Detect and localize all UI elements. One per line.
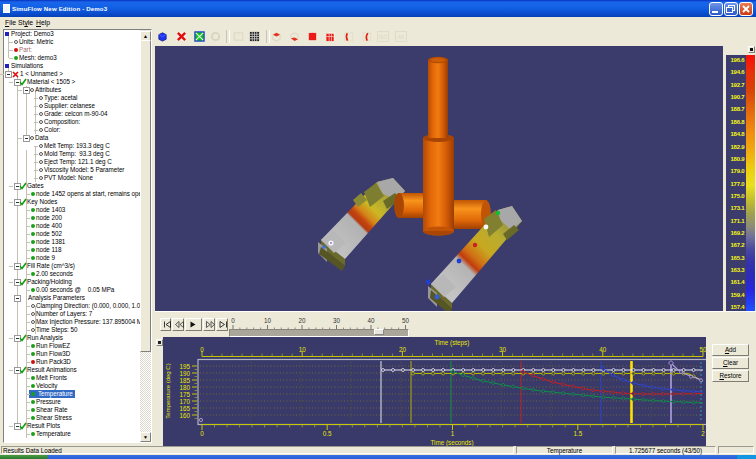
svg-text:10: 10 bbox=[299, 346, 307, 353]
svg-text:180: 180 bbox=[179, 384, 190, 391]
svg-text:175: 175 bbox=[179, 391, 190, 398]
svg-text:160: 160 bbox=[179, 412, 190, 419]
svg-text:50: 50 bbox=[402, 317, 410, 324]
svg-text:0: 0 bbox=[200, 346, 204, 353]
svg-text:2: 2 bbox=[701, 430, 705, 437]
svg-text:Temperature (deg C): Temperature (deg C) bbox=[165, 363, 171, 418]
svg-text:20: 20 bbox=[298, 317, 306, 324]
svg-text:50: 50 bbox=[699, 346, 706, 353]
svg-text:170: 170 bbox=[179, 398, 190, 405]
svg-text:30: 30 bbox=[499, 346, 507, 353]
svg-text:Time (seconds): Time (seconds) bbox=[430, 439, 473, 446]
svg-text:0.5: 0.5 bbox=[323, 430, 332, 437]
svg-text:Time (steps): Time (steps) bbox=[435, 339, 470, 347]
svg-text:165: 165 bbox=[179, 405, 190, 412]
svg-text:1: 1 bbox=[451, 430, 455, 437]
svg-text:1.5: 1.5 bbox=[573, 430, 582, 437]
svg-text:10: 10 bbox=[264, 317, 272, 324]
svg-text:30: 30 bbox=[333, 317, 341, 324]
svg-text:195: 195 bbox=[179, 363, 190, 370]
svg-text:185: 185 bbox=[179, 377, 190, 384]
svg-text:40: 40 bbox=[599, 346, 607, 353]
svg-text:190: 190 bbox=[179, 370, 190, 377]
svg-text:20: 20 bbox=[399, 346, 407, 353]
svg-text:40: 40 bbox=[367, 317, 375, 324]
svg-text:0: 0 bbox=[231, 317, 235, 324]
svg-text:0: 0 bbox=[200, 430, 204, 437]
